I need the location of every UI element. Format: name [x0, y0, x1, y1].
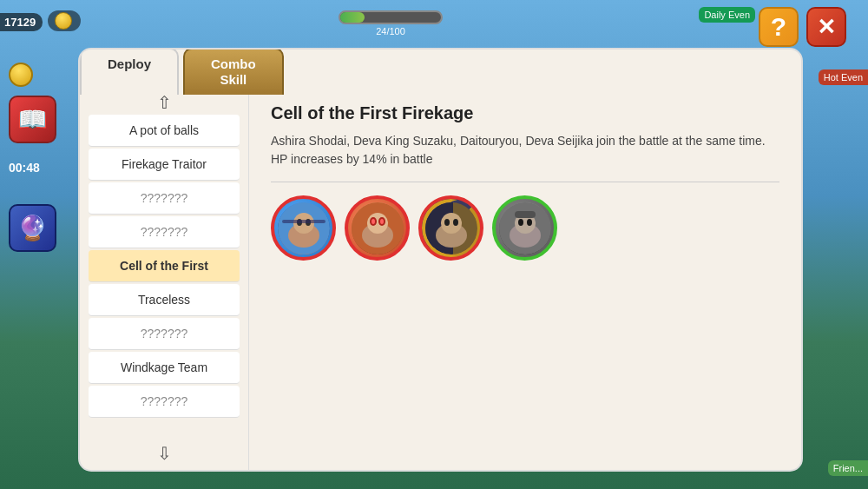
scroll-down-button[interactable]: ⇩	[147, 441, 181, 466]
left-panel: ⇧ A pot of ballsFirekage Traitor????????…	[80, 86, 249, 470]
avatar-face-1	[278, 202, 330, 254]
svg-rect-5	[282, 220, 326, 223]
avatar-list	[271, 195, 779, 261]
hot-event-label[interactable]: Hot Even	[819, 69, 868, 85]
avatar-3	[418, 195, 483, 261]
svg-point-22	[518, 219, 523, 226]
help-button[interactable]: ?	[759, 7, 799, 47]
divider	[271, 182, 779, 182]
book-symbol: 📖	[17, 105, 48, 134]
svg-point-11	[372, 219, 375, 224]
timer-display: 00:48	[9, 161, 40, 175]
tab-deploy[interactable]: Deploy	[80, 48, 179, 95]
avatar-face-svg-1	[278, 202, 330, 254]
sphere-symbol: 🔮	[17, 214, 48, 242]
avatar-face-2	[352, 202, 404, 254]
svg-rect-24	[515, 211, 536, 218]
avatar-face-svg-3	[425, 202, 477, 254]
main-dialog: Deploy Combo Skill ⇧ A pot of ballsFirek…	[78, 48, 803, 472]
skill-item-3[interactable]: ???????	[89, 182, 240, 215]
skill-item-2[interactable]: Firekage Traitor	[89, 149, 240, 181]
avatar-face-4	[499, 202, 551, 254]
friends-label[interactable]: Frien...	[828, 460, 868, 476]
friends-text: Frien...	[833, 463, 863, 473]
avatar-face-svg-4	[499, 202, 551, 254]
svg-point-17	[444, 219, 450, 226]
tab-combo-label: Combo Skill	[211, 56, 256, 88]
skill-item-4[interactable]: ???????	[89, 216, 240, 248]
timer-value: 00:48	[9, 161, 40, 175]
avatar-2	[345, 195, 410, 261]
top-bar: 24/100	[0, 0, 868, 52]
skill-item-6[interactable]: Traceless	[89, 284, 240, 316]
svg-point-23	[527, 219, 532, 226]
tab-deploy-label: Deploy	[108, 56, 151, 71]
avatar-4	[492, 195, 557, 261]
progress-area: 24/100	[339, 10, 443, 36]
chevron-down-icon: ⇩	[157, 443, 172, 464]
sphere-icon[interactable]: 🔮	[9, 204, 56, 252]
progress-bar-inner	[340, 12, 365, 23]
svg-point-12	[380, 219, 384, 224]
dialog-inner: ⇧ A pot of ballsFirekage Traitor????????…	[80, 50, 801, 470]
right-panel: Cell of the First Firekage Ashira Shodai…	[249, 86, 801, 470]
svg-point-18	[453, 219, 458, 226]
coin-icon	[9, 63, 33, 87]
tab-bar: Deploy Combo Skill	[80, 48, 284, 95]
close-icon: ✕	[817, 16, 836, 38]
skill-item-5[interactable]: Cell of the First	[89, 250, 240, 282]
coin-display	[48, 10, 81, 31]
skill-item-8[interactable]: Windkage Team	[89, 352, 240, 384]
coin-icon-small	[55, 12, 72, 30]
book-icon[interactable]: 📖	[9, 96, 56, 143]
progress-bar-outer	[339, 10, 443, 24]
hot-event-text: Hot Even	[824, 72, 863, 83]
skill-item-7[interactable]: ???????	[89, 318, 240, 350]
avatar-face-svg-2	[352, 202, 404, 254]
skill-item-1[interactable]: A pot of balls	[89, 115, 240, 147]
skill-item-9[interactable]: ???????	[89, 386, 240, 418]
avatar-face-3	[425, 202, 477, 254]
tab-combo[interactable]: Combo Skill	[183, 48, 284, 95]
close-button[interactable]: ✕	[806, 7, 846, 47]
help-icon: ?	[771, 14, 786, 40]
progress-text: 24/100	[339, 26, 443, 36]
avatar-1	[271, 195, 336, 261]
skill-list: A pot of ballsFirekage Traitor??????????…	[89, 115, 240, 441]
skill-title: Cell of the First Firekage	[271, 103, 779, 123]
chevron-up-icon: ⇧	[157, 92, 172, 113]
svg-point-16	[441, 213, 462, 234]
skill-description: Ashira Shodai, Deva King Suzaku, Daitour…	[271, 132, 779, 169]
